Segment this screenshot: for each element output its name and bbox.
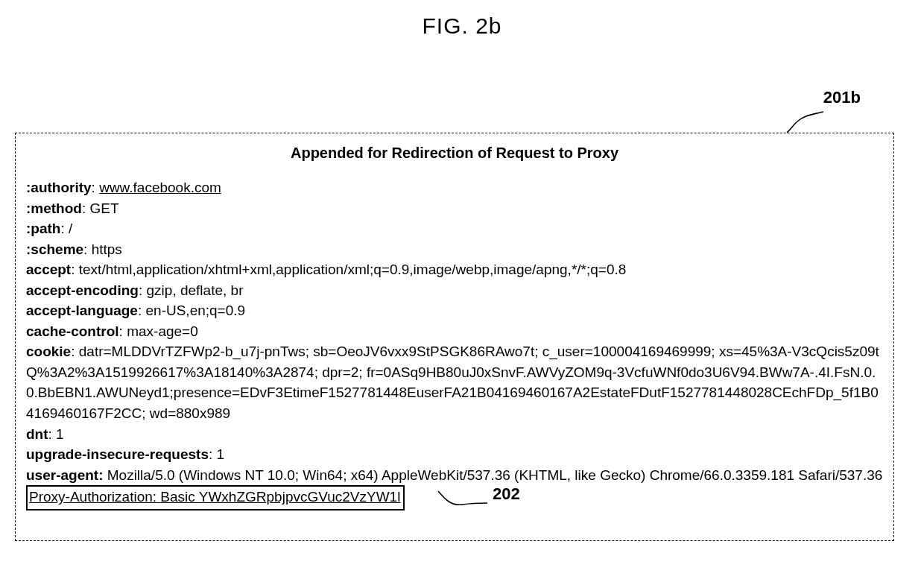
header-value: gzip, deflate, br xyxy=(147,282,244,298)
header-value: max-age=0 xyxy=(127,323,198,339)
header-key: Proxy-Authorization xyxy=(29,489,153,505)
header-key: :method xyxy=(26,200,82,216)
header-value: / xyxy=(69,221,72,236)
header-cookie: cookie: datr=MLDDVrTZFWp2-b_u7j-pnTws; s… xyxy=(26,341,883,423)
header-key: accept-encoding xyxy=(26,282,139,298)
header-value: Basic YWxhZGRpbjpvcGVuc2VzYW1l xyxy=(160,489,400,505)
header-scheme: :scheme: https xyxy=(26,239,883,260)
header-value: GET xyxy=(90,200,119,216)
callout-202-leader xyxy=(437,490,489,510)
header-value: 1 xyxy=(217,446,225,462)
header-key: :scheme xyxy=(26,241,83,257)
figure-canvas: FIG. 2b 201b Appended for Redirection of… xyxy=(0,0,924,588)
header-key: dnt xyxy=(26,426,48,442)
callout-202-label: 202 xyxy=(493,482,520,506)
header-proxy-authorization: Proxy-Authorization: Basic YWxhZGRpbjpvc… xyxy=(26,485,405,510)
header-key: accept xyxy=(26,262,71,277)
header-value: en-US,en;q=0.9 xyxy=(146,303,246,318)
header-key: accept-language xyxy=(26,303,138,318)
header-key: cache-control xyxy=(26,323,119,339)
header-key: user-agent: xyxy=(26,467,103,483)
header-method: :method: GET xyxy=(26,198,883,219)
header-value: datr=MLDDVrTZFWp2-b_u7j-pnTws; sb=OeoJV6… xyxy=(26,344,879,421)
header-accept: accept: text/html,application/xhtml+xml,… xyxy=(26,259,883,280)
header-path: :path: / xyxy=(26,218,883,239)
header-value: Mozilla/5.0 (Windows NT 10.0; Win64; x64… xyxy=(107,467,883,483)
header-value: www.facebook.com xyxy=(99,180,221,195)
callout-201b-label: 201b xyxy=(823,88,861,107)
header-accept-language: accept-language: en-US,en;q=0.9 xyxy=(26,300,883,321)
figure-label: FIG. 2b xyxy=(0,13,924,39)
box-title: Appended for Redirection of Request to P… xyxy=(26,142,883,164)
header-value: text/html,application/xhtml+xml,applicat… xyxy=(79,262,627,277)
header-value: https xyxy=(92,241,122,257)
header-cache-control: cache-control: max-age=0 xyxy=(26,321,883,342)
header-user-agent: user-agent: Mozilla/5.0 (Windows NT 10.0… xyxy=(26,465,883,486)
header-authority: :authority: www.facebook.com xyxy=(26,177,883,198)
header-upgrade-insecure-requests: upgrade-insecure-requests: 1 xyxy=(26,444,883,465)
header-value: 1 xyxy=(56,426,64,442)
header-accept-encoding: accept-encoding: gzip, deflate, br xyxy=(26,280,883,301)
header-key: :authority xyxy=(26,180,92,195)
header-key: :path xyxy=(26,221,60,236)
header-colon: : xyxy=(153,489,161,505)
callout-201b-leader xyxy=(782,110,827,134)
header-key: cookie xyxy=(26,344,71,359)
header-dnt: dnt: 1 xyxy=(26,424,883,445)
request-box: Appended for Redirection of Request to P… xyxy=(15,133,894,541)
header-key: upgrade-insecure-requests xyxy=(26,446,209,462)
